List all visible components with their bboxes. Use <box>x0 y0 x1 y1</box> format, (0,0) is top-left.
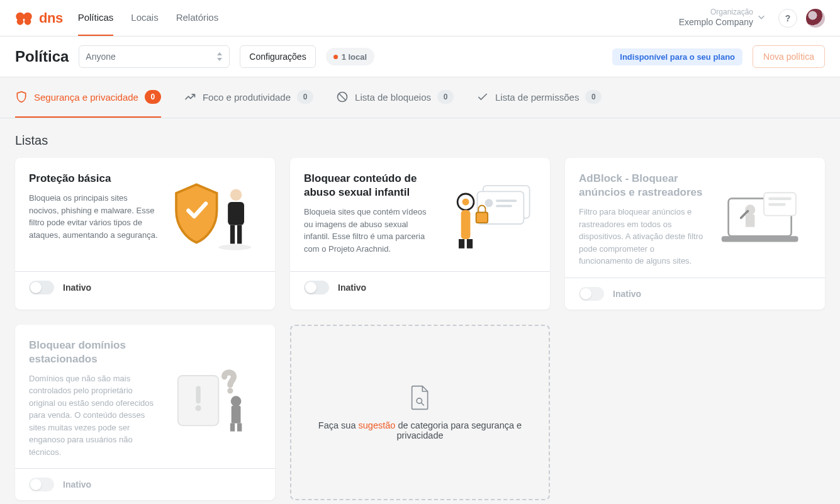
toggle-basic-protection[interactable] <box>29 281 54 294</box>
tab-blocklist[interactable]: Lista de bloqueios 0 <box>336 77 454 118</box>
svg-point-12 <box>485 199 493 207</box>
suggest-text: Faça sua sugestão de categoria para segu… <box>316 420 524 440</box>
status-text: Inativo <box>63 283 91 293</box>
nav-reports[interactable]: Relatórios <box>176 0 219 36</box>
status-dot-icon <box>333 55 338 59</box>
trend-icon <box>184 91 196 103</box>
nav-locations[interactable]: Locais <box>131 0 158 36</box>
toggle-csam-block[interactable] <box>304 281 329 294</box>
topnav: dns Políticas Locais Relatórios Organiza… <box>0 0 840 36</box>
org-name: Exemplo Company <box>679 17 753 28</box>
select-caret-icon <box>216 52 223 61</box>
svg-rect-17 <box>461 210 471 239</box>
svg-rect-32 <box>237 423 242 432</box>
brand-logo[interactable]: dns <box>15 10 63 26</box>
card-description: Filtro para bloquear anúncios e rastread… <box>579 206 709 267</box>
svg-rect-7 <box>230 225 235 244</box>
chevron-down-icon[interactable] <box>757 13 766 23</box>
status-text: Inativo <box>338 283 366 293</box>
svg-point-33 <box>417 398 422 403</box>
card-title: Bloquear conteúdo de abuso sexual infant… <box>304 172 434 199</box>
toggle-adblock <box>579 287 604 301</box>
svg-rect-13 <box>496 199 517 202</box>
status-text: Inativo <box>613 289 641 299</box>
card-title: Proteção básica <box>29 172 159 186</box>
svg-rect-31 <box>230 423 235 432</box>
card-description: Bloqueia os principais sites nocivos, ph… <box>29 192 159 241</box>
tab-focus-count: 0 <box>297 90 313 104</box>
svg-rect-25 <box>768 203 785 206</box>
card-description: Bloqueia sites que contém vídeos ou imag… <box>304 206 434 255</box>
configurations-label: Configurações <box>249 52 306 62</box>
card-adblock: AdBlock - Bloquear anúncios e rastreador… <box>565 158 825 310</box>
svg-point-16 <box>462 198 469 205</box>
logo-icon <box>15 11 35 26</box>
suggest-category-card[interactable]: Faça sua sugestão de categoria para segu… <box>290 325 550 501</box>
svg-point-29 <box>227 388 233 393</box>
filter-tabs: Segurança e privacidade 0 Foco e produti… <box>0 77 840 118</box>
svg-rect-14 <box>496 205 512 208</box>
svg-point-30 <box>231 396 242 406</box>
lock-illustration <box>442 172 536 261</box>
block-icon <box>336 91 349 103</box>
card-title: AdBlock - Bloquear anúncios e rastreador… <box>579 172 709 199</box>
svg-rect-18 <box>459 239 464 249</box>
tab-allowlist-count: 0 <box>585 90 602 104</box>
new-policy-label: Nova política <box>763 52 814 62</box>
svg-point-28 <box>195 405 201 411</box>
suggest-link[interactable]: sugestão <box>359 420 396 430</box>
help-icon: ? <box>785 13 791 23</box>
org-label: Organização <box>679 8 753 17</box>
policy-selector-value: Anyone <box>86 52 115 62</box>
brand-name: dns <box>39 10 63 26</box>
toggle-parked-domains <box>29 478 54 491</box>
shield-icon <box>15 91 28 103</box>
nav-policies-label: Políticas <box>78 12 114 23</box>
locations-badge[interactable]: 1 local <box>326 48 374 65</box>
svg-rect-22 <box>722 236 798 242</box>
configurations-button[interactable]: Configurações <box>240 45 315 68</box>
page-title: Política <box>15 48 69 65</box>
nav-policies[interactable]: Políticas <box>78 0 114 36</box>
tab-security-label: Segurança e privacidade <box>34 92 138 103</box>
tab-blocklist-count: 0 <box>437 90 454 104</box>
svg-rect-19 <box>467 239 473 249</box>
svg-rect-8 <box>237 225 242 244</box>
svg-point-3 <box>25 18 31 25</box>
tab-allowlist-label: Lista de permissões <box>495 92 579 103</box>
warning-illustration <box>167 339 261 459</box>
plan-notice-badge: Indisponível para o seu plano <box>612 48 742 65</box>
tab-blocklist-label: Lista de bloqueios <box>355 92 431 103</box>
card-parked-domains: Bloquear domínios estacionados Domínios … <box>15 325 275 501</box>
svg-point-2 <box>17 18 24 25</box>
card-basic-protection: Proteção básica Bloqueia os principais s… <box>15 158 275 310</box>
tab-security-count: 0 <box>145 90 161 104</box>
page-header: Política Anyone Configurações 1 local In… <box>0 36 840 77</box>
tab-security-privacy[interactable]: Segurança e privacidade 0 <box>15 77 161 118</box>
card-title: Bloquear domínios estacionados <box>29 339 159 366</box>
file-search-icon <box>410 385 431 410</box>
org-switcher[interactable]: Organização Exemplo Company <box>679 8 753 28</box>
laptop-illustration <box>717 172 811 267</box>
policy-selector[interactable]: Anyone <box>79 45 230 68</box>
check-icon <box>476 91 489 103</box>
cards-grid: Proteção básica Bloqueia os principais s… <box>0 158 840 504</box>
shield-illustration <box>167 172 261 261</box>
main-nav: Políticas Locais Relatórios <box>78 0 219 36</box>
new-policy-button[interactable]: Nova política <box>753 45 825 68</box>
nav-locations-label: Locais <box>131 12 158 23</box>
card-description: Domínios que não são mais controlados pe… <box>29 372 159 459</box>
svg-rect-24 <box>768 197 791 200</box>
tab-focus-label: Foco e produtividade <box>203 92 291 103</box>
avatar[interactable] <box>806 9 825 28</box>
svg-rect-6 <box>228 202 244 225</box>
tab-allowlist[interactable]: Lista de permissões 0 <box>476 77 602 118</box>
help-button[interactable]: ? <box>778 9 797 28</box>
svg-point-9 <box>218 244 251 250</box>
svg-point-5 <box>230 189 242 201</box>
locations-badge-text: 1 local <box>342 52 367 62</box>
content-area: Segurança e privacidade 0 Foco e produti… <box>0 77 840 504</box>
tab-focus-productivity[interactable]: Foco e produtividade 0 <box>184 77 313 118</box>
svg-rect-20 <box>476 213 488 223</box>
section-heading: Listas <box>0 118 840 158</box>
